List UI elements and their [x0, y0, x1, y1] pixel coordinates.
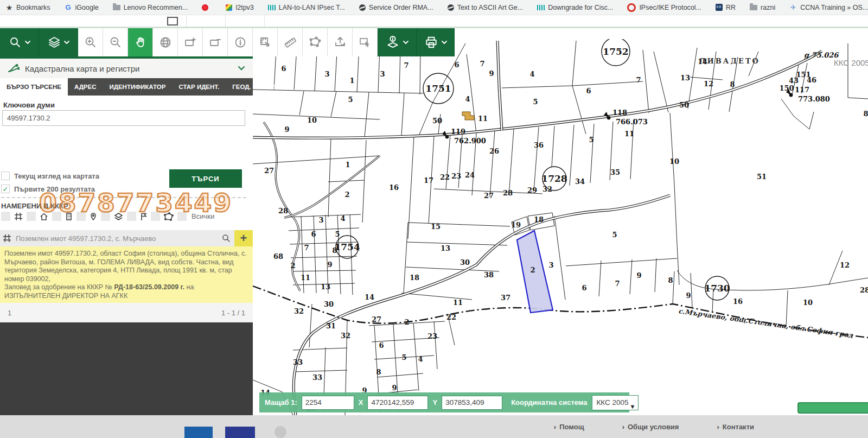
tab-geod-base[interactable]: ГЕОД. ОСНОВА [226, 78, 286, 96]
filter-checkbox[interactable] [27, 212, 36, 221]
footer-link-contacts[interactable]: ›Контакти [717, 423, 754, 431]
tab-quick-search[interactable]: БЪРЗО ТЪРСЕНЕ [0, 78, 68, 96]
chevron-down-icon: ▼ [630, 403, 636, 410]
page-footer: ›Помощ ›Общи условия ›Контакти [0, 415, 868, 438]
bookmark-label: IPsec/IKE Protocol... [639, 4, 701, 11]
cisco-icon [537, 5, 545, 10]
svg-text:11: 11 [301, 274, 310, 282]
svg-text:ККС 2005: ККС 2005 [834, 58, 868, 67]
sidebar-header[interactable]: Кадастрална карта и регистри [0, 56, 253, 78]
page-number[interactable]: 1 [8, 309, 11, 317]
add-result-button[interactable]: + [234, 230, 253, 246]
tab-old-ident[interactable]: СТАР ИДЕНТ. [172, 78, 226, 96]
divider [225, 15, 226, 27]
huawei-icon [202, 4, 208, 11]
zoom-in-button[interactable] [78, 28, 103, 56]
identify-layers-button[interactable] [378, 28, 417, 56]
svg-text:10: 10 [803, 299, 813, 307]
overview-map-toggle[interactable] [797, 402, 868, 414]
svg-text:13: 13 [680, 74, 690, 82]
svg-text:10: 10 [307, 116, 317, 124]
svg-text:7: 7 [636, 76, 641, 84]
layers-button[interactable] [39, 28, 78, 56]
svg-text:773.080: 773.080 [798, 95, 830, 103]
search-tabs: БЪРЗО ТЪРСЕНЕ АДРЕС ИДЕНТИФИКАТОР СТАР И… [0, 78, 253, 96]
window-restore-icon [167, 17, 178, 26]
draw-polygon-button[interactable] [303, 28, 328, 56]
svg-text:6: 6 [582, 284, 586, 292]
filter-checkbox[interactable] [52, 212, 61, 221]
pan-tool-button[interactable] [128, 28, 153, 56]
svg-text:762.900: 762.900 [454, 137, 486, 145]
select-features-button[interactable] [353, 28, 378, 56]
cadastral-map[interactable]: 6313751092728126794455011675112636141312… [253, 39, 868, 415]
filter-checkbox[interactable] [101, 212, 110, 221]
svg-text:13: 13 [321, 283, 330, 291]
bookmark-label: RR [726, 4, 736, 11]
y-coordinate-input[interactable] [442, 396, 502, 410]
svg-text:150: 150 [779, 84, 794, 92]
full-extent-button[interactable] [153, 28, 178, 56]
upload-button[interactable] [328, 28, 353, 56]
keywords-input[interactable] [2, 110, 245, 126]
svg-text:9: 9 [284, 125, 289, 134]
measure-area-button[interactable] [253, 28, 278, 56]
filter-checkbox[interactable] [76, 212, 86, 221]
bookmark-label: CCNA Training » OS... [800, 4, 868, 11]
svg-text:9: 9 [686, 291, 691, 300]
filter-checkbox[interactable] [127, 212, 136, 221]
x-label: X [359, 398, 363, 407]
zoom-out-button[interactable] [103, 28, 128, 56]
chevron-down-icon [25, 40, 30, 45]
zoom-to-result-button[interactable] [221, 233, 231, 243]
bookmark-item[interactable]: Downgrade for Cisc... [537, 4, 613, 11]
bookmark-item[interactable]: GiGoogle [65, 4, 99, 11]
tab-address[interactable]: АДРЕС [68, 78, 103, 96]
svg-text:18: 18 [534, 215, 544, 224]
zoom-box-in-button[interactable] [178, 28, 203, 56]
svg-text:5: 5 [401, 353, 406, 361]
svg-text:13: 13 [441, 244, 450, 252]
bookmark-item[interactable]: Text to ASCII Art Ge... [448, 4, 524, 11]
footer-link-help[interactable]: ›Помощ [554, 423, 584, 431]
svg-text:33: 33 [312, 373, 322, 382]
branch-icon [8, 64, 20, 73]
search-tool-button[interactable] [0, 28, 39, 56]
filter-checkbox[interactable] [177, 212, 187, 221]
footer-link-terms[interactable]: ›Общи условия [622, 423, 679, 431]
bookmark-item[interactable]: LAN-to-LAN IPsec T... [268, 4, 345, 11]
chevron-down-icon[interactable] [238, 64, 245, 73]
checkbox-unchecked[interactable] [1, 172, 10, 180]
bookmark-item[interactable]: razni [750, 4, 775, 11]
bookmark-item[interactable] [202, 4, 212, 11]
scale-input[interactable] [302, 396, 354, 410]
print-button[interactable] [417, 28, 455, 56]
tab-identifier[interactable]: ИДЕНТИФИКАТОР [103, 78, 172, 96]
svg-text:6: 6 [586, 87, 591, 95]
result-item-header[interactable]: Поземлен имот 49597.1730.2, с. Мърчаево … [0, 230, 253, 246]
x-coordinate-input[interactable] [367, 396, 428, 410]
bookmark-item[interactable]: Service Order RMA... [359, 4, 433, 11]
svg-text:8: 8 [668, 276, 673, 284]
measure-area-icon [259, 36, 272, 49]
map-canvas[interactable]: 6313751092728126794455011675112636141312… [253, 39, 868, 415]
bookmark-item[interactable]: IPsec/IKE Protocol... [627, 3, 701, 12]
parcel-grid-icon [3, 234, 11, 243]
bookmark-item[interactable]: ✈CCNA Training » OS... [789, 4, 868, 11]
svg-text:1728: 1728 [541, 173, 567, 184]
zoom-out-icon [109, 36, 122, 49]
filter-checkbox[interactable] [151, 212, 160, 221]
checkbox-checked[interactable]: ✓ [1, 185, 10, 193]
search-button[interactable]: ТЪРСИ [169, 169, 242, 188]
bookmark-item[interactable]: ★Bookmarks [5, 4, 50, 11]
bookmark-item[interactable]: RR [716, 4, 736, 11]
zoom-box-out-button[interactable] [203, 28, 228, 56]
bookmark-item[interactable]: Lenovo Recommen... [113, 4, 188, 11]
info-button[interactable] [228, 28, 253, 56]
measure-distance-button[interactable] [278, 28, 303, 56]
svg-text:12: 12 [840, 261, 850, 269]
crs-select[interactable]: ККС 2005 ▼ [592, 395, 639, 410]
filter-checkbox[interactable] [1, 212, 10, 221]
bookmark-item[interactable]: l2tpv3 [226, 4, 253, 11]
google-icon: G [65, 4, 72, 11]
